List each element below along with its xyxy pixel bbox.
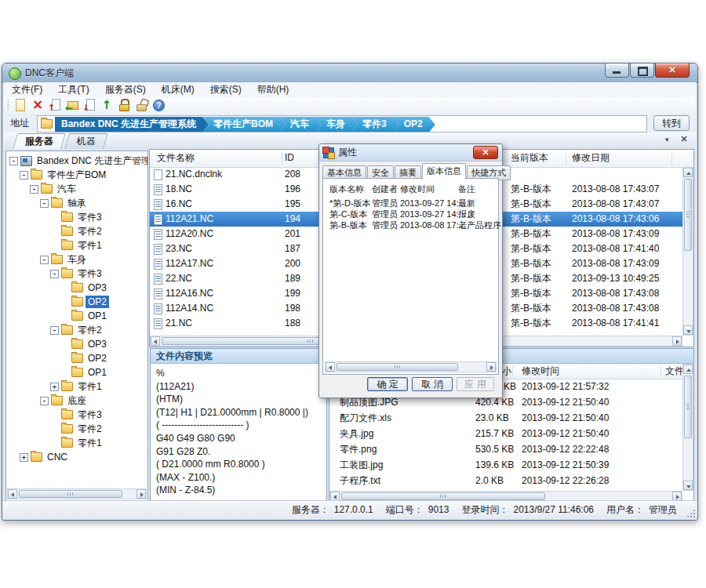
dialog-close-button[interactable] bbox=[473, 146, 498, 159]
breadcrumb-segment[interactable]: OP2 bbox=[393, 117, 435, 132]
attachment-row[interactable]: 子程序.txt 2.0 KB 2013-09-12 22:26:28 bbox=[329, 473, 682, 488]
close-button[interactable]: × bbox=[655, 64, 690, 78]
column-divider[interactable] bbox=[566, 152, 566, 165]
tree-expander-icon[interactable]: - bbox=[9, 157, 18, 165]
attachment-row[interactable]: 夹具.jpg 215.7 KB 2013-09-12 21:50:40 bbox=[329, 426, 682, 441]
tree-item[interactable]: 零件2 bbox=[6, 422, 147, 436]
tree-item[interactable]: 零件2 bbox=[6, 224, 147, 238]
attachment-row[interactable]: 零件.png 530.5 KB 2013-09-12 22:22:48 bbox=[329, 441, 682, 457]
scroll-left-icon[interactable] bbox=[8, 489, 17, 499]
tree-expander-icon[interactable]: - bbox=[50, 326, 59, 335]
tree-item[interactable]: + CNC bbox=[6, 450, 147, 464]
tab-close-icon[interactable]: × bbox=[680, 133, 688, 144]
menu-item[interactable]: 文件(F) bbox=[4, 82, 50, 97]
tree-item[interactable]: 零件3 bbox=[6, 408, 147, 422]
scroll-down-icon[interactable] bbox=[683, 325, 693, 335]
column-header-current-version[interactable]: 当前版本 bbox=[511, 150, 548, 166]
column-divider[interactable] bbox=[282, 152, 282, 165]
apply-button[interactable]: 应 用 bbox=[457, 377, 494, 391]
check-in-file-icon[interactable] bbox=[48, 98, 62, 112]
go-button[interactable]: 转到 bbox=[653, 115, 690, 131]
unlock-icon[interactable] bbox=[134, 98, 148, 112]
attachment-row[interactable]: 配刀文件.xls 23.0 KB 2013-09-12 21:50:40 bbox=[329, 410, 682, 426]
tree-expander-icon[interactable]: - bbox=[20, 171, 28, 180]
attachment-row[interactable]: 工装图.jpg 139.6 KB 2013-09-12 21:50:39 bbox=[329, 457, 682, 473]
tree-item[interactable]: OP2 bbox=[6, 351, 147, 365]
tree-item[interactable]: OP3 bbox=[6, 337, 147, 351]
tree-item[interactable]: - 零件3 bbox=[6, 267, 147, 281]
scroll-thumb[interactable] bbox=[337, 363, 458, 371]
tree-expander-icon[interactable]: + bbox=[20, 453, 28, 462]
tree-horizontal-scrollbar[interactable] bbox=[7, 488, 147, 499]
tree-expander-icon[interactable]: + bbox=[50, 383, 59, 391]
scroll-thumb[interactable] bbox=[684, 376, 692, 438]
column-header-modified-date[interactable]: 修改日期 bbox=[572, 150, 610, 166]
tree-expander-icon[interactable]: - bbox=[40, 256, 49, 264]
menu-item[interactable]: 工具(T) bbox=[50, 82, 96, 97]
tree-item[interactable]: - 车身 bbox=[6, 252, 147, 267]
tree-item[interactable]: - Bandex DNC 先进生产管理系统 bbox=[6, 154, 147, 168]
tree-expander-icon[interactable]: - bbox=[30, 185, 38, 194]
breadcrumb-segment[interactable]: Bandex DNC 先进生产管理系统 bbox=[55, 117, 209, 132]
breadcrumb-segment[interactable]: 零件3 bbox=[351, 117, 399, 132]
cancel-button[interactable]: 取 消 bbox=[412, 377, 453, 391]
ok-button[interactable]: 确 定 bbox=[367, 377, 408, 391]
column-divider[interactable] bbox=[671, 152, 672, 165]
column-header-modified-time[interactable]: 修改时间 bbox=[400, 183, 435, 195]
tree-expander-icon[interactable]: - bbox=[40, 397, 49, 405]
check-out-folder-icon[interactable] bbox=[65, 98, 79, 112]
tree-item[interactable]: + 零件1 bbox=[6, 379, 147, 394]
scroll-right-icon[interactable] bbox=[486, 362, 496, 372]
scroll-left-icon[interactable] bbox=[326, 362, 335, 372]
dialog-horizontal-scrollbar[interactable] bbox=[325, 361, 497, 372]
column-header-modified-time[interactable]: 修改时间 bbox=[522, 364, 559, 379]
tree-item[interactable]: - 零件生产BOM bbox=[6, 168, 147, 182]
menu-item[interactable]: 机床(M) bbox=[154, 82, 202, 97]
column-divider[interactable] bbox=[661, 365, 661, 376]
lock-icon[interactable] bbox=[117, 98, 131, 112]
tree-item[interactable]: OP1 bbox=[6, 365, 147, 379]
tree-item[interactable]: - 底座 bbox=[6, 394, 147, 408]
tree-item[interactable]: OP3 bbox=[6, 281, 147, 295]
menu-item[interactable]: 帮助(H) bbox=[249, 82, 297, 97]
version-row[interactable]: *第-D-版本 管理员 2013-09-27 14:... 最新 bbox=[323, 198, 498, 209]
restore-button[interactable] bbox=[630, 64, 654, 78]
delete-icon[interactable] bbox=[31, 98, 45, 112]
dialog-title-bar[interactable]: 属性 bbox=[319, 144, 502, 162]
breadcrumb-segment[interactable]: 汽车 bbox=[279, 117, 322, 132]
new-file-icon[interactable] bbox=[13, 98, 27, 112]
tab-dropdown-icon[interactable]: ▼ bbox=[664, 136, 670, 143]
tree-item[interactable]: - 轴承 bbox=[6, 196, 147, 210]
tree-expander-icon[interactable]: - bbox=[40, 199, 49, 208]
scroll-right-icon[interactable] bbox=[136, 489, 146, 499]
tree-item[interactable]: 零件1 bbox=[6, 238, 147, 252]
send-to-machine-icon[interactable] bbox=[100, 98, 114, 112]
column-header-version-name[interactable]: 版本名称 bbox=[329, 183, 364, 195]
scroll-right-icon[interactable] bbox=[672, 336, 682, 346]
title-bar[interactable]: DNC客户端 × bbox=[2, 64, 697, 83]
menu-item[interactable]: 搜索(S) bbox=[202, 82, 249, 97]
dialog-tab[interactable]: 版本信息 bbox=[422, 163, 466, 180]
scroll-thumb[interactable] bbox=[341, 492, 545, 500]
tree-item[interactable]: OP1 bbox=[6, 309, 147, 323]
column-header-creator[interactable]: 创建者 bbox=[372, 183, 398, 195]
column-header-id[interactable]: ID bbox=[285, 150, 294, 166]
address-breadcrumb[interactable]: Bandex DNC 先进生产管理系统零件生产BOM汽车车身零件3OP2 bbox=[37, 115, 647, 132]
view-tab[interactable]: 服务器 bbox=[13, 133, 66, 149]
breadcrumb-segment[interactable]: 车身 bbox=[315, 117, 358, 132]
menu-item[interactable]: 服务器(S) bbox=[97, 82, 154, 97]
version-row[interactable]: 第-C-版本 管理员 2013-09-27 14:... 报废 bbox=[323, 209, 498, 220]
scroll-thumb[interactable] bbox=[684, 179, 692, 251]
attachments-vertical-scrollbar[interactable] bbox=[682, 364, 693, 491]
scroll-up-icon[interactable] bbox=[683, 365, 693, 374]
scroll-up-icon[interactable] bbox=[683, 168, 693, 177]
toolbar-grip[interactable] bbox=[7, 100, 9, 111]
view-tab[interactable]: 机器 bbox=[64, 133, 108, 149]
tree-item[interactable]: 零件3 bbox=[6, 210, 147, 224]
scroll-down-icon[interactable] bbox=[683, 481, 693, 490]
tree-item[interactable]: 零件1 bbox=[6, 436, 147, 450]
minimize-button[interactable] bbox=[605, 64, 629, 78]
tree-item[interactable]: - 零件2 bbox=[6, 323, 147, 337]
resize-grip[interactable] bbox=[686, 509, 695, 517]
help-icon[interactable] bbox=[151, 98, 166, 112]
